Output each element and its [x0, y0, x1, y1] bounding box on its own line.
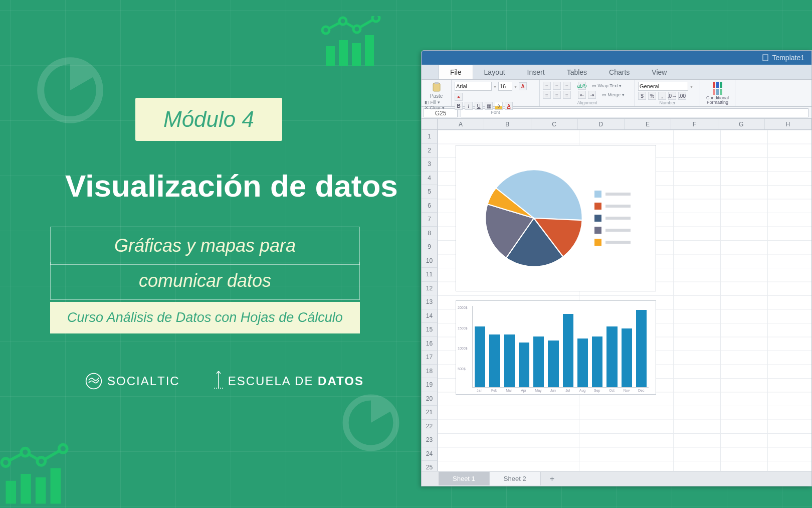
svg-point-4 [322, 27, 329, 34]
cells-area[interactable]: 2000$ 1500$ 1000$ 500$ JanFebMarAprMayJu… [438, 130, 811, 471]
sheet-tab-2[interactable]: Sheet 2 [490, 472, 541, 485]
svg-rect-22 [433, 83, 440, 91]
pie-chart-object[interactable] [456, 145, 656, 291]
select-all-corner[interactable] [422, 119, 438, 130]
clear-button[interactable]: ✕ Clear ▾ [425, 105, 448, 110]
row-header[interactable]: 19 [422, 378, 437, 392]
svg-point-14 [37, 457, 45, 465]
align-bottom-button[interactable]: ≡ [563, 82, 571, 90]
row-header[interactable]: 11 [422, 268, 437, 282]
fill-button[interactable]: ◧ Fill ▾ [425, 100, 448, 105]
row-header[interactable]: 13 [422, 295, 437, 309]
row-header[interactable]: 6 [422, 199, 437, 213]
y-tick: 1500$ [458, 326, 467, 330]
row-header[interactable]: 5 [422, 185, 437, 199]
align-middle-button[interactable]: ≡ [553, 82, 561, 90]
bar-plot-area: 2000$ 1500$ 1000$ 500$ [472, 306, 649, 388]
number-format-combo[interactable]: General [638, 82, 688, 91]
row-header[interactable]: 2 [422, 144, 437, 158]
orientation-button[interactable]: ab↻ [578, 82, 586, 90]
row-header[interactable]: 24 [422, 447, 437, 461]
row-header[interactable]: 3 [422, 157, 437, 172]
col-header[interactable]: E [625, 119, 671, 129]
paste-icon[interactable] [432, 82, 442, 93]
border-button[interactable]: ▦ [485, 102, 493, 110]
row-header[interactable]: 15 [422, 323, 437, 337]
row-header[interactable]: 9 [422, 240, 437, 254]
row-header[interactable]: 8 [422, 227, 437, 241]
row-header[interactable]: 21 [422, 406, 437, 420]
spreadsheet-grid[interactable]: A B C D E F G H 123456789101112131415161… [422, 119, 811, 471]
bar [475, 326, 485, 388]
align-left-button[interactable]: ≡ [543, 91, 551, 99]
svg-rect-21 [763, 55, 768, 61]
row-header[interactable]: 14 [422, 309, 437, 323]
font-grow-button[interactable]: A [519, 82, 527, 90]
sheet-tab-1[interactable]: Sheet 1 [439, 472, 490, 485]
col-header[interactable]: C [531, 119, 578, 129]
col-header[interactable]: G [718, 119, 765, 129]
align-center-button[interactable]: ≡ [553, 91, 561, 99]
row-header[interactable]: 23 [422, 433, 437, 447]
conditional-formatting-button[interactable]: Conditional Formatting [703, 82, 732, 105]
col-header[interactable]: B [484, 119, 531, 129]
bar [519, 343, 529, 387]
col-header[interactable]: D [578, 119, 625, 129]
col-header[interactable]: A [438, 119, 484, 129]
x-tick: Sep [592, 389, 602, 392]
row-header[interactable]: 10 [422, 254, 437, 268]
row-header[interactable]: 25 [422, 461, 437, 471]
bar-x-labels: JanFebMarAprMayJunJulAugSepOctNovDec [472, 388, 649, 392]
currency-button[interactable]: $ [638, 92, 646, 100]
percent-button[interactable]: % [648, 92, 656, 100]
comma-button[interactable]: , [658, 92, 666, 100]
bar-trend-icon [321, 16, 391, 71]
add-sheet-button[interactable]: + [541, 471, 563, 486]
bold-button[interactable]: B [455, 102, 463, 110]
col-header[interactable]: H [765, 119, 811, 129]
col-header[interactable]: F [671, 119, 718, 129]
merge-button[interactable]: ▭ Merge ▾ [602, 92, 625, 97]
menu-tab-layout[interactable]: Layout [473, 65, 516, 79]
menu-tab-insert[interactable]: Insert [516, 65, 556, 79]
wrap-text-button[interactable]: ▭ Wrap Text ▾ [592, 83, 622, 88]
pie-outline-icon [35, 55, 105, 125]
svg-rect-0 [326, 46, 335, 66]
row-header[interactable]: 17 [422, 351, 437, 365]
x-tick: Nov [621, 389, 632, 392]
indent-inc-button[interactable]: ⇥ [588, 91, 596, 99]
font-size-combo[interactable]: 16 [498, 82, 512, 91]
inc-decimal-button[interactable]: .0→ [668, 92, 676, 100]
menu-tab-tables[interactable]: Tables [556, 65, 598, 79]
fill-color-button[interactable]: ◊ [495, 102, 503, 110]
align-top-button[interactable]: ≡ [543, 82, 551, 90]
font-color-button[interactable]: A [505, 102, 513, 110]
row-header[interactable]: 18 [422, 365, 437, 379]
row-header[interactable]: 12 [422, 282, 437, 296]
italic-button[interactable]: I [465, 102, 473, 110]
ribbon-group-alignment: Alignment [543, 100, 632, 105]
x-tick: Jan [474, 389, 485, 392]
menu-tab-view[interactable]: View [641, 65, 678, 79]
dec-decimal-button[interactable]: .00 [678, 92, 686, 100]
row-header[interactable]: 22 [422, 420, 437, 434]
row-header[interactable]: 4 [422, 172, 437, 186]
menu-tab-charts[interactable]: Charts [598, 65, 641, 79]
row-header[interactable]: 20 [422, 392, 437, 406]
sheet-tab-row: Sheet 1 Sheet 2 + [422, 471, 811, 486]
menu-tab-file[interactable]: File [439, 65, 473, 79]
pie-outline-icon-right [341, 393, 401, 453]
row-header[interactable]: 1 [422, 130, 437, 144]
indent-dec-button[interactable]: ⇤ [578, 91, 586, 99]
bar-chart-object[interactable]: 2000$ 1500$ 1000$ 500$ JanFebMarAprMayJu… [456, 300, 656, 395]
legend-item [594, 239, 631, 246]
row-header[interactable]: 16 [422, 337, 437, 351]
bar [622, 328, 632, 387]
bar [504, 334, 515, 387]
align-right-button[interactable]: ≡ [563, 91, 571, 99]
underline-button[interactable]: U [475, 102, 483, 110]
font-shrink-button[interactable]: A [455, 93, 463, 101]
font-name-combo[interactable]: Arial [455, 82, 492, 91]
bar [577, 338, 588, 387]
row-header[interactable]: 7 [422, 213, 437, 227]
